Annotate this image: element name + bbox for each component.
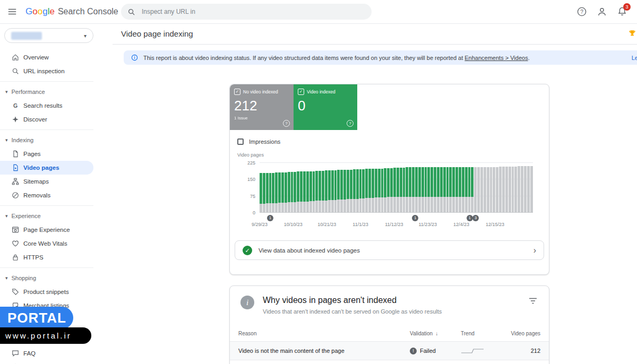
issue-marker[interactable]: 3 (472, 215, 479, 221)
checkbox-unchecked-icon[interactable] (237, 138, 244, 145)
sidebar-item-pages[interactable]: Pages (0, 147, 93, 161)
chart-bar[interactable] (337, 160, 340, 213)
chart-bar[interactable] (291, 160, 294, 213)
filter-icon[interactable] (528, 296, 538, 306)
chart-bar[interactable] (440, 160, 443, 213)
issue-marker[interactable]: 1 (412, 215, 418, 221)
chart-bar[interactable] (300, 160, 303, 213)
chart-bar[interactable] (434, 160, 436, 213)
chart-bar[interactable] (462, 160, 464, 213)
column-validation[interactable]: Validation ↓ (410, 331, 461, 336)
account-icon[interactable] (597, 6, 607, 17)
chart-bar[interactable] (502, 160, 505, 213)
chart-bar[interactable] (340, 160, 343, 213)
chart-bar[interactable] (449, 160, 452, 213)
chart-bar[interactable] (474, 160, 477, 213)
sidebar-item-video-pages[interactable]: Video pages (0, 161, 93, 175)
chart-bar[interactable] (480, 160, 483, 213)
tile-video-indexed[interactable]: ✓ Video indexed 0 ? (294, 84, 357, 130)
chart-bar[interactable] (390, 160, 393, 213)
chart-bar[interactable] (288, 160, 290, 213)
chart-bar[interactable] (459, 160, 461, 213)
chart-bar[interactable] (325, 160, 328, 213)
sidebar-section-indexing[interactable]: ▾ Indexing (0, 133, 93, 147)
sidebar-item-https[interactable]: HTTPS (0, 250, 93, 264)
sidebar-item-discover[interactable]: Discover (0, 112, 93, 126)
chart-bar[interactable] (347, 160, 349, 213)
chart-bar[interactable] (381, 160, 384, 213)
chart-bar[interactable] (275, 160, 278, 213)
chart-bar[interactable] (427, 160, 430, 213)
chart-bar[interactable] (359, 160, 362, 213)
chart-bar[interactable] (362, 160, 365, 213)
url-inspect-input[interactable] (141, 7, 365, 16)
sidebar-item-page-experience[interactable]: Page Experience (0, 223, 93, 237)
chart-bar[interactable] (524, 160, 527, 213)
chart-bar[interactable] (260, 160, 262, 213)
sidebar-section-experience[interactable]: ▾ Experience (0, 209, 93, 223)
chart-bar[interactable] (387, 160, 390, 213)
chart-bar[interactable] (496, 160, 498, 213)
column-trend[interactable]: Trend (461, 331, 510, 336)
chart-bar[interactable] (530, 160, 533, 213)
sidebar-item-search-results[interactable]: G Search results (0, 99, 93, 112)
chart-bar[interactable] (378, 160, 381, 213)
chart-bar[interactable] (318, 160, 321, 213)
chart-bar[interactable] (425, 160, 427, 213)
property-selector[interactable]: ▾ (4, 28, 93, 43)
tile-no-video-indexed[interactable]: ✓ No video indexed 212 1 Issue ? (230, 84, 294, 130)
chart-bar[interactable] (446, 160, 449, 213)
chart-bar[interactable] (365, 160, 368, 213)
chart-bar[interactable] (471, 160, 474, 213)
notifications-bell-icon[interactable]: 3 (617, 6, 627, 17)
chart-bar[interactable] (356, 160, 359, 213)
chart-bar[interactable] (412, 160, 415, 213)
chart-bar[interactable] (493, 160, 495, 213)
sidebar-section-shopping[interactable]: ▾ Shopping (0, 271, 93, 285)
chart-bar[interactable] (418, 160, 421, 213)
chart-bar[interactable] (278, 160, 281, 213)
help-question-icon[interactable]: ? (283, 120, 290, 127)
sidebar-item-faq[interactable]: FAQ (0, 346, 93, 360)
url-inspect-searchbar[interactable] (121, 4, 372, 20)
chart-bar[interactable] (281, 160, 284, 213)
chart-bar[interactable] (452, 160, 455, 213)
chart-bar[interactable] (315, 160, 318, 213)
chart-bar[interactable] (297, 160, 299, 213)
chart-bar[interactable] (343, 160, 346, 213)
table-row[interactable]: Video is not the main content of the pag… (230, 341, 549, 360)
chart-bar[interactable] (306, 160, 309, 213)
sidebar-item-removals[interactable]: Removals (0, 188, 93, 202)
issue-marker[interactable]: 1 (267, 215, 273, 221)
chart-bar[interactable] (350, 160, 352, 213)
chart-bar[interactable] (353, 160, 356, 213)
chart-bar[interactable] (431, 160, 433, 213)
chart-bar[interactable] (375, 160, 377, 213)
chart-bar[interactable] (285, 160, 287, 213)
chart-bar[interactable] (263, 160, 265, 213)
chart-bar[interactable] (409, 160, 411, 213)
chart-bar[interactable] (331, 160, 334, 213)
chart-bar[interactable] (527, 160, 530, 213)
chart-bar[interactable] (372, 160, 374, 213)
chart-bar[interactable] (334, 160, 337, 213)
impressions-toggle[interactable]: Impressions (237, 138, 549, 145)
chart-bar[interactable] (505, 160, 508, 213)
issue-marker[interactable]: 1 (467, 215, 473, 221)
checkbox-checked-icon[interactable]: ✓ (234, 89, 240, 95)
sidebar-item-review-snippets[interactable]: Review snippets (0, 360, 93, 364)
chart-bar[interactable] (484, 160, 486, 213)
chart-bar[interactable] (421, 160, 424, 213)
sidebar-item-url-inspection[interactable]: URL inspection (0, 64, 93, 78)
help-icon[interactable]: ? (576, 6, 587, 17)
chart-bar[interactable] (397, 160, 399, 213)
sidebar-item-sitemaps[interactable]: Sitemaps (0, 175, 93, 188)
chart-bar[interactable] (403, 160, 406, 213)
chart-bar[interactable] (384, 160, 386, 213)
view-indexed-data-row[interactable]: ✓ View data about indexed video pages › (235, 240, 544, 260)
chart-bar[interactable] (406, 160, 408, 213)
chart-bar[interactable] (400, 160, 402, 213)
sidebar-item-product-snippets[interactable]: Product snippets (0, 285, 93, 299)
chart-bar[interactable] (512, 160, 514, 213)
sidebar-item-core-web-vitals[interactable]: Core Web Vitals (0, 237, 93, 250)
